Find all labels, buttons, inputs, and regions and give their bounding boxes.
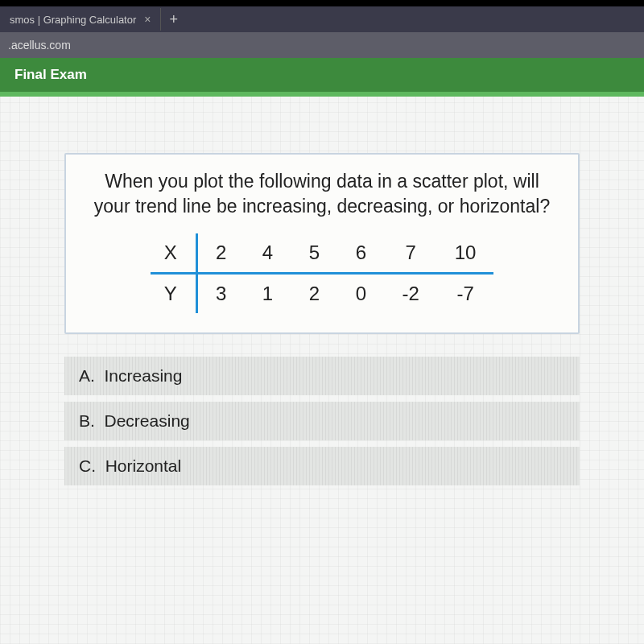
address-bar[interactable]: .acellus.com [0,32,644,58]
x-value: 10 [437,233,494,274]
y-value: 0 [337,274,384,314]
answer-text: Increasing [105,366,183,385]
answer-option-b[interactable]: B. Decreasing [64,402,580,440]
url-text: .acellus.com [8,39,71,52]
browser-tab[interactable]: smos | Graphing Calculator × [0,8,161,31]
y-value: 3 [197,274,245,314]
answer-option-a[interactable]: A. Increasing [64,357,580,395]
x-value: 5 [291,233,337,274]
question-prompt: When you plot the following data in a sc… [85,169,559,219]
answer-list: A. Increasing B. Decreasing C. Horizonta… [64,357,580,485]
answer-text: Horizontal [105,456,182,475]
data-table: X 2 4 5 6 7 10 Y 3 1 2 0 -2 -7 [151,233,494,313]
tab-title: smos | Graphing Calculator [10,14,136,26]
content-area: When you plot the following data in a sc… [0,97,644,644]
y-value: 1 [244,274,291,314]
answer-option-c[interactable]: C. Horizontal [64,447,580,485]
x-value: 4 [244,233,291,274]
answer-letter: A. [79,366,95,385]
close-icon[interactable]: × [144,13,151,26]
answer-letter: B. [79,411,95,430]
answer-letter: C. [79,456,96,475]
y-value: -7 [437,274,494,314]
y-label: Y [151,274,197,314]
new-tab-button[interactable]: + [161,11,186,28]
x-value: 7 [384,233,436,274]
x-label: X [151,233,197,274]
y-value: -2 [384,274,436,314]
y-value: 2 [291,274,337,314]
page-title: Final Exam [14,67,87,83]
answer-text: Decreasing [105,411,190,430]
window-top-border [0,0,644,6]
browser-tab-bar: smos | Graphing Calculator × + [0,6,644,32]
table-row-y: Y 3 1 2 0 -2 -7 [151,274,494,314]
question-card: When you plot the following data in a sc… [64,153,580,334]
x-value: 6 [337,233,384,274]
x-value: 2 [197,233,245,274]
table-row-x: X 2 4 5 6 7 10 [151,233,494,274]
page-header: Final Exam [0,58,644,92]
